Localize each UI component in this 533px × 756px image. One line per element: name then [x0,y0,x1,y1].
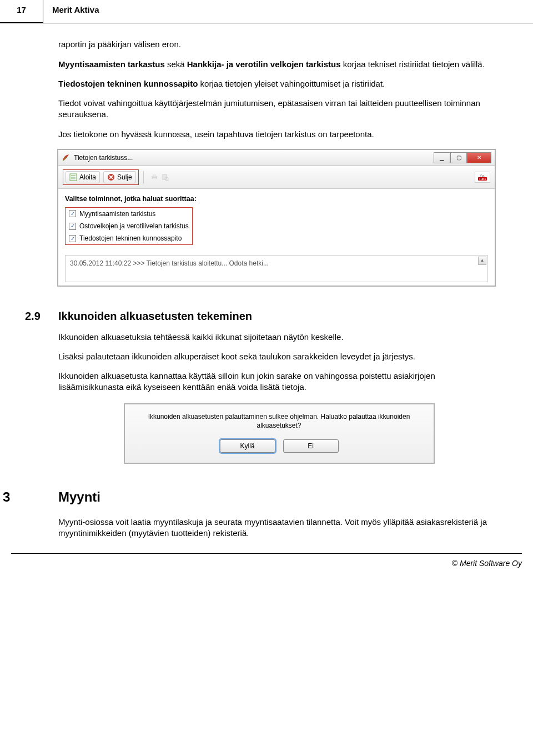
prompt-label: Valitse toiminnot, jotka haluat suoritta… [65,194,488,204]
toolbar-disabled-group [148,172,172,182]
doc-title: Merit Aktiva [43,0,99,23]
minimize-button[interactable]: ▁ [434,152,450,163]
sulje-button[interactable]: Sulje [103,171,136,183]
body-text: raportin ja pääkirjan välisen eron. [58,39,500,50]
section-title: Ikkunoiden alkuasetusten tekeminen [58,309,252,324]
dialog-message: Ikkunoiden alkuasetusten palauttaminen s… [132,412,427,431]
body-text: Ikkunoiden alkuasetuksia tehtäessä kaikk… [58,332,500,343]
svg-rect-9 [153,178,156,180]
body-text: Myyntisaamisten tarkastus sekä Hankkija-… [58,59,500,70]
button-label: Sulje [117,173,132,182]
window-title: Tietojen tarkistuss... [74,153,133,162]
chapter-number: 3 [3,488,58,506]
button-label: Aloita [79,173,96,182]
body-text: Tiedot voivat vahingoittua käyttöjärjest… [58,98,500,121]
checkbox-label: Ostovelkojen ja verotilivelan tarkistus [79,222,189,231]
app-icon [62,153,71,162]
checkbox-label: Tiedostojen tekninen kunnossapito [79,234,182,243]
screenshot-dialog: Ikkunoiden alkuasetusten palauttaminen s… [124,403,435,464]
preview-icon [162,173,169,181]
body-text: Tiedostojen tekninen kunnossapito korjaa… [58,78,500,89]
print-icon [150,173,158,181]
checkbox-group-highlight: ✓ Myyntisaamisten tarkistus ✓ Ostovelkoj… [65,207,193,246]
toolbar: Aloita Sulje [58,166,495,189]
youtube-icon[interactable]: You Tube [475,172,490,183]
chapter-title: Myynti [58,488,100,506]
chapter-heading: 3 Myynti [3,488,500,506]
section-heading: 2.9 Ikkunoiden alkuasetusten tekeminen [25,309,500,324]
checkbox[interactable]: ✓ [69,210,76,217]
checkbox[interactable]: ✓ [69,235,76,242]
close-button[interactable]: ✕ [467,152,491,163]
screenshot-window: Tietojen tarkistuss... ▁ ▢ ✕ Aloita [57,149,496,287]
copyright: © Merit Software Oy [452,559,522,568]
window-titlebar: Tietojen tarkistuss... ▁ ▢ ✕ [58,150,495,166]
checkbox[interactable]: ✓ [69,223,76,230]
aloita-button[interactable]: Aloita [66,171,100,183]
body-text: Jos tietokone on hyvässä kunnossa, usein… [58,129,500,140]
no-button[interactable]: Ei [283,439,339,453]
yes-button[interactable]: Kyllä [220,439,275,453]
toolbar-group-highlight: Aloita Sulje [63,169,139,185]
scroll-up-button[interactable]: ▲ [478,257,486,265]
svg-rect-8 [153,174,156,177]
log-output: 30.05.2012 11:40:22 >>> Tietojen tarkist… [65,255,488,282]
svg-line-12 [168,180,169,181]
svg-rect-10 [163,174,167,179]
page-number: 17 [0,0,43,23]
maximize-button[interactable]: ▢ [450,152,467,163]
body-text: Myynti-osiossa voit laatia myyntilaskuja… [58,517,500,539]
sheet-icon [69,173,77,181]
checkbox-label: Myyntisaamisten tarkistus [79,209,155,218]
cancel-icon [107,173,115,181]
body-text: Lisäksi palautetaan ikkunoiden alkuperäi… [58,351,500,362]
page-header: 17 Merit Aktiva [0,0,533,23]
body-text: Ikkunoiden alkuasetusta kannattaa käyttä… [58,371,500,393]
section-number: 2.9 [25,309,58,324]
page-footer: © Merit Software Oy [11,553,522,579]
